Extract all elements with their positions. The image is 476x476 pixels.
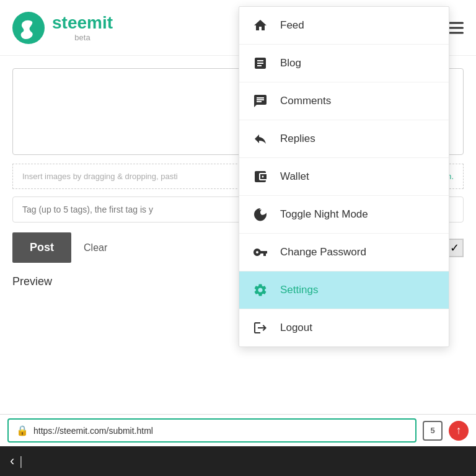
logout-icon: [252, 319, 269, 337]
url-rest: steemit.com/submit.html: [60, 426, 153, 436]
clear-button[interactable]: Clear: [84, 242, 107, 253]
menu-item-wallet[interactable]: Wallet: [239, 158, 449, 196]
menu-label-toggle-night-mode: Toggle Night Mode: [280, 208, 368, 221]
settings-icon: [252, 281, 269, 299]
replies-icon: [252, 130, 269, 148]
logo-text-area: steemit beta: [52, 13, 113, 42]
app-title: steemit: [52, 13, 113, 33]
menu-label-wallet: Wallet: [280, 170, 309, 183]
menu-label-comments: Comments: [280, 95, 331, 107]
menu-item-blog[interactable]: Blog: [239, 45, 449, 82]
menu-item-settings[interactable]: Settings: [239, 271, 449, 309]
steemit-logo-icon: [12, 12, 45, 44]
refresh-button[interactable]: ↑: [449, 421, 469, 441]
bottom-bar: ‹ |: [0, 446, 476, 476]
toggle-night-mode-icon: [252, 206, 269, 223]
back-button[interactable]: ‹: [10, 453, 14, 469]
menu-label-logout: Logout: [280, 322, 312, 334]
url-protocol: https://: [33, 426, 60, 436]
url-bar[interactable]: 🔒 https://steemit.com/submit.html: [7, 418, 416, 443]
menu-item-logout[interactable]: Logout: [239, 309, 449, 346]
preview-label: Preview: [12, 275, 52, 288]
image-drop-text: Insert images by dragging & dropping, pa…: [22, 172, 178, 181]
feed-icon: [252, 17, 269, 34]
wallet-icon: [252, 168, 269, 185]
lock-icon: 🔒: [16, 425, 29, 436]
change-password-icon: [252, 244, 269, 261]
menu-label-settings: Settings: [280, 284, 318, 296]
menu-label-feed: Feed: [280, 19, 304, 32]
menu-label-change-password: Change Password: [280, 246, 366, 258]
tab-count[interactable]: 5: [423, 421, 443, 441]
url-text: https://steemit.com/submit.html: [33, 426, 153, 436]
browser-bar: 🔒 https://steemit.com/submit.html 5 ↑: [0, 414, 476, 446]
blog-icon: [252, 55, 269, 72]
logo-area: steemit beta: [12, 12, 113, 44]
menu-item-feed[interactable]: Feed: [239, 7, 449, 45]
menu-label-blog: Blog: [280, 57, 301, 69]
app-beta: beta: [52, 33, 113, 42]
menu-item-change-password[interactable]: Change Password: [239, 234, 449, 271]
menu-item-replies[interactable]: Replies: [239, 120, 449, 158]
menu-label-replies: Replies: [280, 133, 315, 145]
dropdown-menu: FeedBlogCommentsRepliesWalletToggle Nigh…: [239, 6, 449, 347]
menu-item-toggle-night-mode[interactable]: Toggle Night Mode: [239, 196, 449, 234]
menu-item-comments[interactable]: Comments: [239, 82, 449, 120]
cursor-line: |: [19, 454, 22, 469]
post-button[interactable]: Post: [12, 232, 71, 263]
comments-icon: [252, 92, 269, 110]
